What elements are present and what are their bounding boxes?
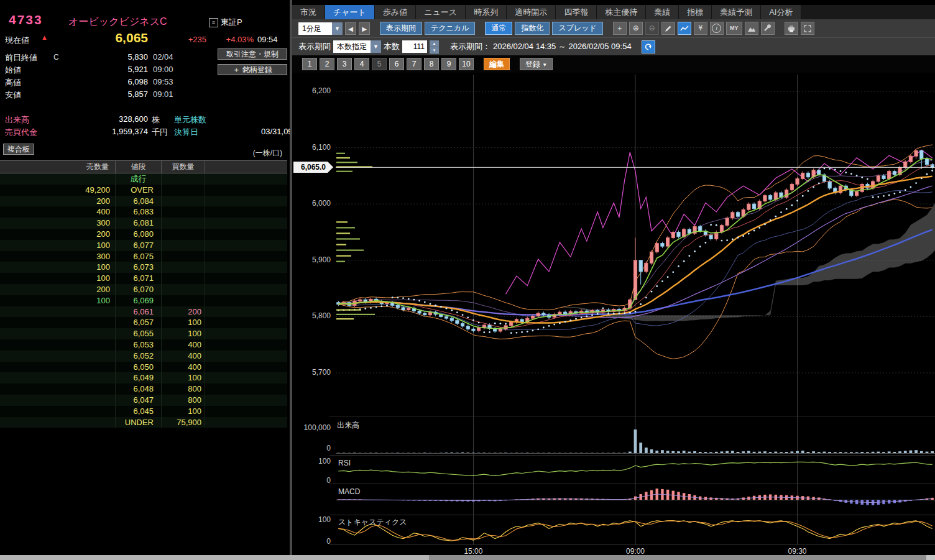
plus-icon: ＋ (616, 22, 624, 34)
horizontal-scrollbar[interactable] (0, 555, 935, 560)
draw-button[interactable] (661, 22, 675, 35)
preset-button-5[interactable]: 5 (372, 58, 387, 70)
row-label: 前日終値 (5, 52, 37, 63)
scrollbar-thumb[interactable] (0, 555, 429, 560)
board-row-6,052[interactable]: 6,052400 (0, 351, 287, 362)
preset-button-2[interactable]: 2 (320, 58, 334, 70)
board-row-成行[interactable]: 成行 (0, 173, 287, 185)
yen-button[interactable]: ¥ (694, 22, 707, 35)
board-row-6,048[interactable]: 6,048800 (0, 383, 287, 395)
technical-button[interactable]: テクニカル (425, 22, 475, 35)
spread-mode-button[interactable]: スプレッド (552, 22, 602, 35)
fullscreen-button[interactable] (801, 22, 814, 35)
board-row-6,047[interactable]: 6,047800 (0, 395, 287, 406)
board-row-6,045[interactable]: 6,045100 (0, 406, 287, 417)
preset-button-7[interactable]: 7 (407, 58, 421, 70)
register-button[interactable]: 登録 ▼ (520, 58, 553, 70)
tab-AI分析[interactable]: AI分析 (761, 5, 801, 19)
printer-icon (787, 25, 796, 32)
board-sell: 200 (0, 196, 116, 207)
board-row-6,071[interactable]: 1006,071 (0, 273, 287, 284)
display-period-button[interactable]: 表示期間 (380, 22, 422, 35)
board-row-6,055[interactable]: 6,055100 (0, 328, 287, 339)
board-row-6,053[interactable]: 6,053400 (0, 339, 287, 351)
board-row-6,069[interactable]: 1006,069 (0, 295, 287, 306)
board-price: 6,073 (116, 262, 162, 273)
tab-歩み値[interactable]: 歩み値 (375, 5, 416, 19)
preset-button-8[interactable]: 8 (424, 58, 439, 70)
trade-caution-button[interactable]: 取引注意・規制 (218, 48, 287, 60)
spin-up-icon[interactable]: ▲ (430, 40, 439, 47)
board-row-6,061[interactable]: 6,061200 (0, 306, 287, 318)
board-row-6,075[interactable]: 3006,075 (0, 251, 287, 262)
volume-unit: 株 (152, 114, 160, 126)
chart-canvas[interactable] (292, 73, 935, 555)
area-chart-button[interactable] (745, 22, 758, 35)
board-filler (205, 229, 287, 240)
prev-button[interactable]: ◀ (345, 22, 356, 35)
tab-適時開示[interactable]: 適時開示 (507, 5, 556, 19)
preset-button-4[interactable]: 4 (354, 58, 369, 70)
zoom-out-button[interactable]: ⊖ (645, 22, 659, 35)
board-row-6,083[interactable]: 4006,083 (0, 206, 287, 218)
volume-scale-max: 100,000 (292, 423, 331, 432)
tab-指標[interactable]: 指標 (679, 5, 712, 19)
info-button[interactable]: i (710, 22, 724, 35)
resize-grip[interactable] (926, 555, 935, 560)
indexed-mode-button[interactable]: 指数化 (515, 22, 550, 35)
board-row-6,050[interactable]: 6,050400 (0, 362, 287, 373)
count-mode-select[interactable]: 本数指定 ▼ (333, 40, 381, 53)
settings-button[interactable] (761, 22, 775, 35)
preset-button-1[interactable]: 1 (302, 58, 317, 70)
app-window: 4733 オービックビジネスC ≡ 東証P 現在値 ▲ 6,065 +235 +… (0, 0, 935, 560)
board-buy: 800 (162, 395, 205, 406)
next-button[interactable]: ▶ (359, 22, 370, 35)
edit-button[interactable]: 編集 (484, 58, 510, 70)
board-row-6,057[interactable]: 6,057100 (0, 317, 287, 328)
tab-ニュース[interactable]: ニュース (416, 5, 466, 19)
board-sell: 300 (0, 251, 116, 262)
price-change-pct: +4.03% (216, 35, 254, 44)
tab-チャート[interactable]: チャート (325, 5, 375, 19)
row-time: 09:00 (153, 65, 173, 74)
add-symbol-button[interactable]: ＋ 銘柄登録 (218, 64, 287, 75)
board-row-OVER[interactable]: 49,200OVER (0, 185, 287, 196)
my-chart-button[interactable]: MY (726, 22, 742, 35)
line-chart-button[interactable] (678, 22, 691, 35)
chevron-down-icon[interactable]: ▼ (371, 40, 381, 53)
board-row-6,081[interactable]: 3006,081 (0, 218, 287, 229)
tab-四季報[interactable]: 四季報 (556, 5, 597, 19)
normal-mode-button[interactable]: 通常 (485, 22, 512, 35)
tab-業績[interactable]: 業績 (646, 5, 679, 19)
add-chart-button[interactable]: ＋ (613, 22, 627, 35)
board-price: 6,053 (116, 339, 162, 351)
up-arrow-icon: ▲ (41, 34, 48, 41)
preset-button-3[interactable]: 3 (337, 58, 352, 70)
preset-button-10[interactable]: 10 (459, 58, 474, 70)
tab-株主優待[interactable]: 株主優待 (597, 5, 646, 19)
board-row-6,077[interactable]: 1006,077 (0, 240, 287, 251)
interval-select[interactable]: 1分足 ▼ (298, 22, 343, 35)
bar-count-input[interactable]: 111 (402, 40, 427, 53)
board-row-UNDER[interactable]: UNDER75,900 (0, 417, 287, 428)
board-filler (205, 185, 287, 196)
spin-down-icon[interactable]: ▼ (430, 47, 439, 54)
board-row-6,070[interactable]: 2006,070 (0, 284, 287, 295)
chevron-down-icon[interactable]: ▼ (332, 22, 343, 35)
board-row-6,073[interactable]: 1006,073 (0, 262, 287, 273)
tab-時系列[interactable]: 時系列 (466, 5, 507, 19)
composite-board-button[interactable]: 複合板 (3, 144, 34, 155)
print-button[interactable] (785, 22, 798, 35)
board-row-6,049[interactable]: 6,049100 (0, 372, 287, 383)
tab-市況[interactable]: 市況 (292, 5, 325, 19)
tab-業績予測[interactable]: 業績予測 (712, 5, 761, 19)
candlestick-chart[interactable]: 6,2006,1006,0005,9005,8005,700 6,065.0 1… (292, 73, 935, 555)
zoom-in-button[interactable]: ⊕ (629, 22, 643, 35)
preset-button-6[interactable]: 6 (389, 58, 404, 70)
board-sell: 300 (0, 218, 116, 229)
board-row-6,084[interactable]: 2006,084 (0, 196, 287, 207)
count-spinner[interactable]: ▲▼ (430, 40, 439, 53)
preset-button-9[interactable]: 9 (441, 58, 456, 70)
reset-range-button[interactable] (642, 40, 655, 53)
board-row-6,080[interactable]: 2006,080 (0, 229, 287, 240)
